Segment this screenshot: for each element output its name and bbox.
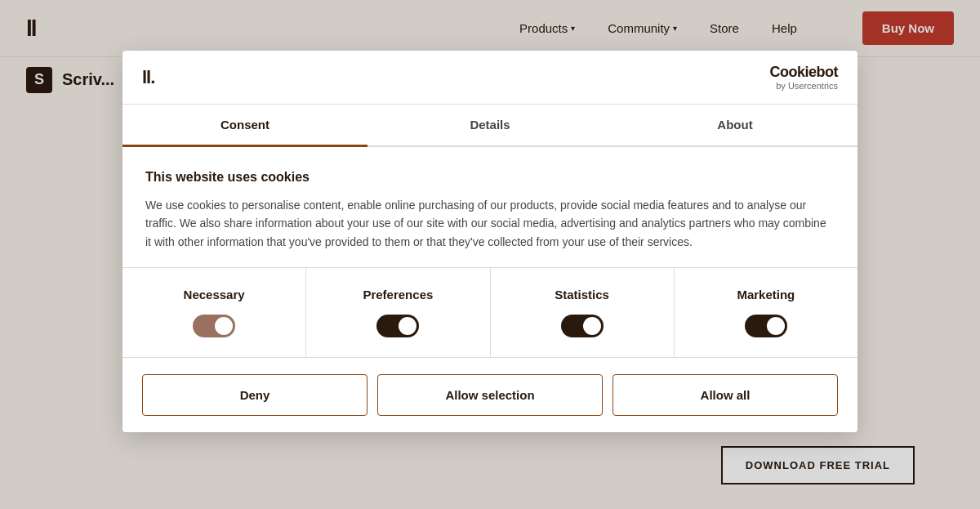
toggle-label-statistics: Statistics xyxy=(555,288,609,301)
modal-actions: Deny Allow selection Allow all xyxy=(122,358,858,432)
tab-consent[interactable]: Consent xyxy=(122,105,368,147)
toggle-label-necessary: Necessary xyxy=(184,288,245,301)
modal-logo: ll. xyxy=(142,67,154,88)
toggle-knob-necessary xyxy=(215,317,233,335)
tab-details[interactable]: Details xyxy=(368,105,612,147)
modal-body: This website uses cookies We use cookies… xyxy=(122,147,858,267)
tab-about[interactable]: About xyxy=(612,105,858,147)
modal-description: We use cookies to personalise content, e… xyxy=(145,196,835,251)
toggle-switch-statistics[interactable] xyxy=(561,315,604,337)
allow-selection-button[interactable]: Allow selection xyxy=(377,374,603,416)
cookie-toggles-row: Necessary Preferences Statistics Marketi… xyxy=(122,267,858,358)
toggle-switch-marketing[interactable] xyxy=(745,315,787,337)
cookie-consent-modal: ll. Cookiebot by Usercentrics Consent De… xyxy=(122,51,858,432)
cookie-toggle-preferences: Preferences xyxy=(306,268,490,357)
modal-tabs: Consent Details About xyxy=(122,105,858,147)
toggle-switch-necessary[interactable] xyxy=(193,315,235,337)
modal-header: ll. Cookiebot by Usercentrics xyxy=(122,51,858,105)
toggle-knob-statistics xyxy=(583,317,601,335)
cookiebot-sub-label: by Usercentrics xyxy=(776,81,838,91)
cookie-toggle-necessary: Necessary xyxy=(122,268,306,357)
toggle-knob-preferences xyxy=(399,317,416,335)
cookiebot-label: Cookiebot xyxy=(770,64,839,81)
cookie-toggle-marketing: Marketing xyxy=(675,268,858,357)
toggle-knob-marketing xyxy=(767,317,785,335)
allow-all-button[interactable]: Allow all xyxy=(612,374,838,416)
toggle-label-preferences: Preferences xyxy=(363,288,433,301)
deny-button[interactable]: Deny xyxy=(142,374,368,416)
toggle-label-marketing: Marketing xyxy=(737,288,795,301)
cookiebot-branding: Cookiebot by Usercentrics xyxy=(770,64,839,91)
cookie-toggle-statistics: Statistics xyxy=(491,268,675,357)
toggle-switch-preferences[interactable] xyxy=(376,315,419,337)
modal-title: This website uses cookies xyxy=(145,170,835,185)
